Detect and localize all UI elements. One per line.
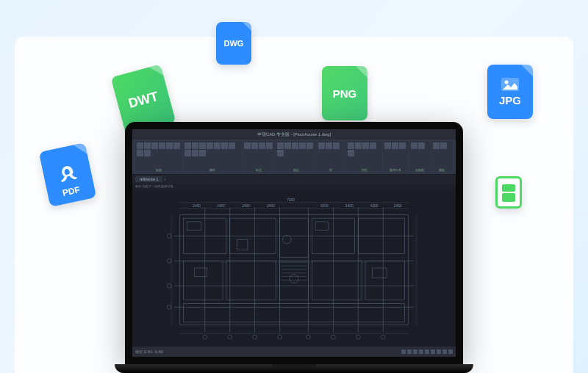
svg-point-50 (356, 335, 360, 339)
image-glyph-icon (501, 78, 519, 91)
status-bar[interactable]: 模型 布局1 布局2 (132, 347, 456, 357)
dwg-file-icon: DWG (216, 22, 251, 65)
svg-text:4200: 4200 (320, 204, 329, 208)
app-title: 中望CAD 专业版 - [Floorhouse 1.dwg] (257, 131, 331, 138)
svg-rect-17 (280, 218, 309, 257)
svg-point-32 (290, 275, 298, 283)
jpg-label: JPG (499, 94, 521, 106)
status-icon[interactable] (431, 350, 435, 354)
titlebar: 中望CAD 专业版 - [Floorhouse 1.dwg] (132, 129, 456, 140)
svg-point-1 (505, 80, 509, 84)
svg-text:2400: 2400 (394, 204, 402, 208)
svg-rect-21 (226, 261, 276, 300)
svg-rect-26 (187, 222, 201, 231)
pdf-glyph-icon (55, 162, 79, 186)
ribbon[interactable]: 绘图 修改 标注 图层 块 特性 实用工具 剪贴板 视图 (132, 140, 456, 175)
jpg-file-icon: JPG (487, 65, 533, 119)
svg-rect-24 (365, 261, 404, 300)
svg-rect-2 (180, 214, 408, 325)
svg-rect-25 (184, 304, 405, 322)
svg-rect-30 (194, 268, 207, 277)
svg-point-45 (228, 335, 232, 339)
svg-point-31 (282, 235, 291, 244)
svg-point-54 (167, 283, 171, 288)
status-icon[interactable] (407, 350, 412, 354)
laptop-bezel: 中望CAD 专业版 - [Floorhouse 1.dwg] 绘图 修改 标注 … (125, 122, 463, 364)
png-label: PNG (333, 87, 357, 100)
svg-rect-22 (280, 261, 309, 300)
svg-text:2400: 2400 (193, 204, 201, 208)
status-icon[interactable] (401, 350, 406, 354)
svg-text:4200: 4200 (370, 204, 379, 208)
document-tabs[interactable]: reference 1 + (132, 175, 456, 184)
dwg-label: DWG (224, 39, 244, 48)
drawing-canvas[interactable]: 2400 2400 2400 2400 7300 4200 2400 4200 … (132, 189, 456, 347)
status-left[interactable]: 模型 布局1 布局2 (135, 350, 163, 354)
svg-text:2400: 2400 (242, 204, 250, 208)
status-icon[interactable] (413, 350, 417, 354)
status-icon[interactable] (425, 350, 429, 354)
svg-text:7300: 7300 (287, 198, 295, 202)
svg-point-49 (331, 335, 335, 339)
svg-rect-29 (373, 268, 387, 278)
laptop-mockup: 中望CAD 专业版 - [Floorhouse 1.dwg] 绘图 修改 标注 … (125, 122, 463, 373)
document-tab[interactable]: reference 1 (135, 176, 162, 182)
svg-point-51 (381, 335, 385, 339)
svg-point-44 (203, 335, 207, 339)
status-right (401, 350, 453, 354)
png-file-icon: PNG (322, 66, 368, 120)
status-icon[interactable] (448, 350, 453, 354)
svg-point-53 (167, 258, 171, 263)
status-icon[interactable] (442, 350, 447, 354)
svg-text:2400: 2400 (345, 204, 354, 208)
svg-point-55 (167, 305, 171, 309)
pdf-label: PDF (62, 184, 81, 198)
svg-rect-20 (184, 261, 223, 300)
svg-point-52 (167, 233, 171, 238)
command-line[interactable]: 命令: 指定下一点或 [放弃(U)]: (132, 184, 456, 189)
svg-point-47 (278, 335, 282, 339)
dwt-label: DWT (126, 89, 159, 112)
svg-rect-27 (237, 239, 248, 250)
print-file-icon (495, 176, 522, 209)
floor-plan-drawing: 2400 2400 2400 2400 7300 4200 2400 4200 … (162, 197, 426, 339)
svg-rect-28 (315, 222, 328, 231)
cad-screen: 中望CAD 专业版 - [Floorhouse 1.dwg] 绘图 修改 标注 … (132, 129, 456, 357)
status-icon[interactable] (419, 350, 423, 354)
svg-point-46 (253, 335, 257, 339)
svg-text:2400: 2400 (217, 204, 225, 208)
status-icon[interactable] (437, 350, 441, 354)
svg-point-48 (306, 335, 310, 339)
laptop-base (115, 364, 473, 373)
svg-rect-23 (312, 261, 362, 300)
svg-text:2400: 2400 (267, 204, 275, 208)
